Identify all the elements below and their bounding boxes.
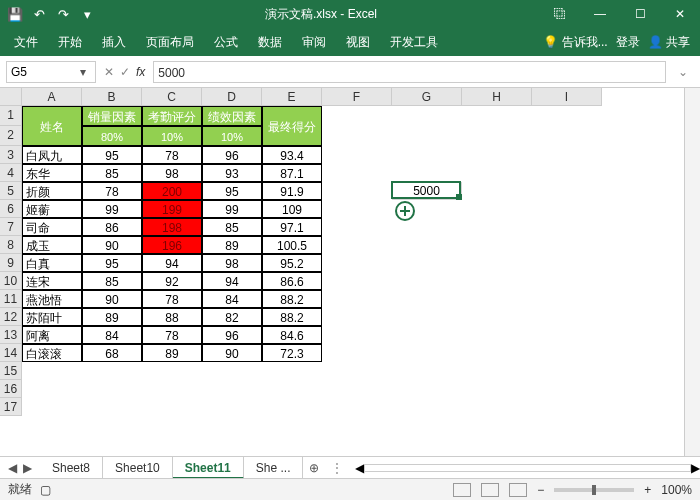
tell-me[interactable]: 💡 告诉我... — [543, 34, 607, 51]
row-header[interactable]: 7 — [0, 218, 22, 236]
cell[interactable]: 78 — [142, 146, 202, 164]
cell[interactable]: 88 — [142, 308, 202, 326]
cell[interactable]: 燕池悟 — [22, 290, 82, 308]
cell[interactable]: 90 — [82, 236, 142, 254]
macro-record-icon[interactable]: ▢ — [40, 483, 51, 497]
cell[interactable]: 95 — [202, 182, 262, 200]
col-header[interactable]: F — [322, 88, 392, 106]
cancel-icon[interactable]: ✕ — [104, 65, 114, 79]
row-header[interactable]: 11 — [0, 290, 22, 308]
zoom-slider[interactable] — [554, 488, 634, 492]
tab-formulas[interactable]: 公式 — [204, 28, 248, 56]
row-header[interactable]: 1 — [0, 106, 22, 126]
cell[interactable]: 93.4 — [262, 146, 322, 164]
row-header[interactable]: 16 — [0, 380, 22, 398]
row-header[interactable]: 9 — [0, 254, 22, 272]
tab-review[interactable]: 审阅 — [292, 28, 336, 56]
col-header[interactable]: H — [462, 88, 532, 106]
cell[interactable]: 85 — [82, 272, 142, 290]
redo-icon[interactable]: ↷ — [54, 5, 72, 23]
cell[interactable]: 85 — [202, 218, 262, 236]
cell[interactable]: 司命 — [22, 218, 82, 236]
cell[interactable]: 94 — [142, 254, 202, 272]
col-header[interactable]: I — [532, 88, 602, 106]
share-button[interactable]: 👤 共享 — [648, 34, 690, 51]
cell[interactable]: 姓名 — [22, 106, 82, 146]
cell[interactable]: 白真 — [22, 254, 82, 272]
cell[interactable]: 109 — [262, 200, 322, 218]
cell[interactable]: 84 — [202, 290, 262, 308]
tab-insert[interactable]: 插入 — [92, 28, 136, 56]
save-icon[interactable]: 💾 — [6, 5, 24, 23]
row-header[interactable]: 10 — [0, 272, 22, 290]
cell[interactable]: 78 — [82, 182, 142, 200]
undo-icon[interactable]: ↶ — [30, 5, 48, 23]
select-all-corner[interactable] — [0, 88, 22, 106]
cell[interactable]: 198 — [142, 218, 202, 236]
cell[interactable]: 98 — [202, 254, 262, 272]
zoom-in-icon[interactable]: + — [644, 483, 651, 497]
col-header[interactable]: B — [82, 88, 142, 106]
cell[interactable]: 销量因素 — [82, 106, 142, 126]
view-normal-icon[interactable] — [453, 483, 471, 497]
cell[interactable]: 72.3 — [262, 344, 322, 362]
row-header[interactable]: 8 — [0, 236, 22, 254]
cell[interactable]: 89 — [202, 236, 262, 254]
spreadsheet-grid[interactable]: ABCDEFGHI 1234567891011121314151617 姓名最终… — [0, 88, 700, 456]
cell[interactable]: 86 — [82, 218, 142, 236]
signin-button[interactable]: 登录 — [616, 34, 640, 51]
name-box[interactable]: G5 ▾ — [6, 61, 96, 83]
row-header[interactable]: 2 — [0, 126, 22, 146]
cell[interactable]: 姬蘅 — [22, 200, 82, 218]
qat-dropdown-icon[interactable]: ▾ — [78, 5, 96, 23]
close-button[interactable]: ✕ — [660, 0, 700, 28]
formula-input[interactable]: 5000 — [153, 61, 666, 83]
view-layout-icon[interactable] — [481, 483, 499, 497]
minimize-button[interactable]: — — [580, 0, 620, 28]
cell[interactable]: 84.6 — [262, 326, 322, 344]
cell[interactable]: 88.2 — [262, 290, 322, 308]
col-header[interactable]: E — [262, 88, 322, 106]
cell[interactable]: 白滚滚 — [22, 344, 82, 362]
cell[interactable]: 90 — [202, 344, 262, 362]
cell[interactable]: 10% — [202, 126, 262, 146]
tab-view[interactable]: 视图 — [336, 28, 380, 56]
cell[interactable]: 78 — [142, 326, 202, 344]
tab-file[interactable]: 文件 — [4, 28, 48, 56]
cell[interactable]: 82 — [202, 308, 262, 326]
cell[interactable]: 90 — [82, 290, 142, 308]
sheet-tab[interactable]: Sheet11 — [173, 457, 244, 479]
col-header[interactable]: G — [392, 88, 462, 106]
row-header[interactable]: 5 — [0, 182, 22, 200]
row-header[interactable]: 3 — [0, 146, 22, 164]
cell[interactable]: 折颜 — [22, 182, 82, 200]
cell[interactable]: 96 — [202, 146, 262, 164]
row-header[interactable]: 12 — [0, 308, 22, 326]
row-header[interactable]: 15 — [0, 362, 22, 380]
vertical-scrollbar[interactable] — [684, 88, 700, 456]
sheet-hscroll[interactable]: ◀▶ — [349, 461, 700, 475]
cell[interactable]: 85 — [82, 164, 142, 182]
cell[interactable]: 连宋 — [22, 272, 82, 290]
sheet-prev-icon[interactable]: ◀ — [8, 461, 17, 475]
sheet-tab[interactable]: Sheet8 — [40, 457, 103, 479]
ribbon-collapse-icon[interactable]: ⿻ — [540, 0, 580, 28]
sheet-nav[interactable]: ◀▶ — [0, 461, 40, 475]
formula-expand-icon[interactable]: ⌄ — [674, 65, 692, 79]
cell[interactable]: 95.2 — [262, 254, 322, 272]
cell[interactable]: 95 — [82, 254, 142, 272]
sheet-tab[interactable]: Sheet10 — [103, 457, 173, 479]
row-header[interactable]: 6 — [0, 200, 22, 218]
col-header[interactable]: A — [22, 88, 82, 106]
cell[interactable]: 100.5 — [262, 236, 322, 254]
cell[interactable]: 89 — [82, 308, 142, 326]
add-sheet-button[interactable]: ⊕ — [303, 461, 325, 475]
cell[interactable]: 93 — [202, 164, 262, 182]
cell[interactable]: 最终得分 — [262, 106, 322, 146]
zoom-value[interactable]: 100% — [661, 483, 692, 497]
cell[interactable]: 96 — [202, 326, 262, 344]
col-header[interactable]: C — [142, 88, 202, 106]
cell[interactable]: 99 — [202, 200, 262, 218]
cell[interactable]: 200 — [142, 182, 202, 200]
cell[interactable]: 89 — [142, 344, 202, 362]
